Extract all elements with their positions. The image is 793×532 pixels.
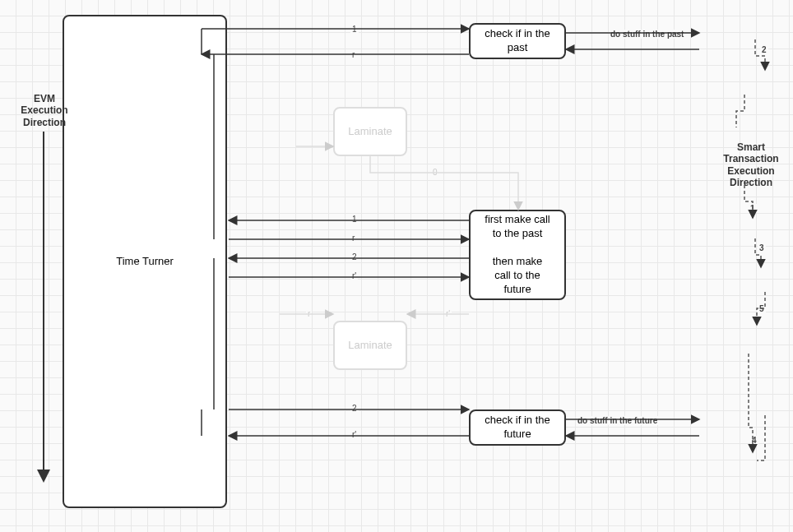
- edge-1-mid: 1: [350, 215, 359, 224]
- edge-2-mid: 2: [350, 252, 359, 261]
- edge-r-faded: r: [306, 309, 312, 318]
- edge-rp-bot: r': [350, 430, 358, 439]
- box-check-future: check if in the future: [469, 409, 566, 446]
- edge-1-top: 1: [350, 25, 359, 34]
- box-middle: first make call to the past then make ca…: [469, 210, 566, 300]
- label-evm: EVM Execution Direction: [20, 93, 69, 128]
- edge-rp-mid: r': [350, 271, 358, 280]
- edge-0: 0: [431, 168, 439, 177]
- edge-do-past: do stuff in the past: [609, 30, 685, 39]
- diagram-canvas: Time Turner EVM Execution Direction Smar…: [0, 0, 793, 532]
- edge-do-future: do stuff in the future: [576, 416, 659, 425]
- right-4: 4: [750, 436, 758, 445]
- time-turner-label: Time Turner: [116, 255, 174, 269]
- edge-r-top: r: [350, 50, 356, 59]
- edge-2-bot: 2: [350, 404, 359, 413]
- box-time-turner: Time Turner: [63, 15, 227, 508]
- edge-rp-faded: r': [444, 309, 452, 318]
- right-2: 2: [760, 45, 768, 54]
- box-laminate-top: Laminate: [333, 107, 407, 156]
- label-smart: Smart Transaction Execution Direction: [710, 141, 792, 189]
- right-5: 5: [758, 304, 766, 313]
- right-1: 1: [749, 204, 757, 213]
- box-laminate-bottom: Laminate: [333, 321, 407, 370]
- right-3: 3: [758, 243, 766, 252]
- box-check-past: check if in the past: [469, 23, 566, 59]
- edge-r-mid: r: [350, 234, 356, 243]
